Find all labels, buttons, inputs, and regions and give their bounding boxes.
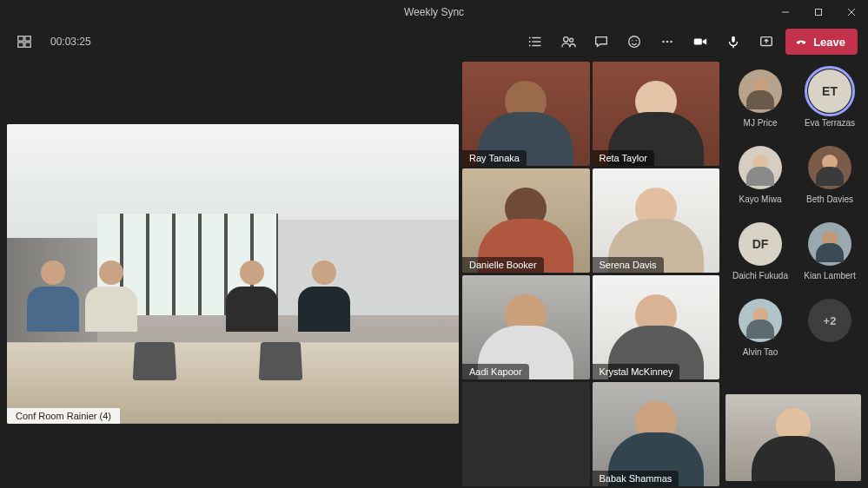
more-actions-icon[interactable] bbox=[653, 28, 681, 56]
participants-icon[interactable] bbox=[554, 28, 582, 56]
video-tile[interactable] bbox=[462, 382, 590, 486]
svg-point-17 bbox=[632, 40, 633, 41]
svg-point-16 bbox=[629, 36, 640, 48]
self-video-tile[interactable] bbox=[726, 394, 861, 481]
title-bar: Weekly Sync bbox=[0, 0, 868, 24]
window-title: Weekly Sync bbox=[404, 6, 464, 18]
tile-label: Aadi Kapoor bbox=[462, 364, 529, 379]
svg-point-14 bbox=[564, 37, 568, 42]
video-tile[interactable]: Babak Shammas bbox=[593, 382, 720, 486]
mic-toggle-button[interactable] bbox=[719, 28, 747, 56]
spotlight-area: Conf Room Rainier (4) bbox=[0, 59, 462, 488]
leave-button-label: Leave bbox=[813, 36, 845, 49]
svg-point-15 bbox=[570, 38, 573, 42]
tile-label: Ray Tanaka bbox=[462, 150, 527, 166]
chat-icon[interactable] bbox=[587, 28, 615, 56]
svg-point-11 bbox=[529, 37, 531, 39]
overflow-count: +2 bbox=[808, 299, 851, 342]
participant-pill[interactable]: DF Daichi Fukuda bbox=[727, 219, 793, 293]
participant-name: Alvin Tao bbox=[743, 347, 778, 357]
participant-pill[interactable]: Kian Lambert bbox=[797, 219, 863, 293]
svg-point-20 bbox=[666, 41, 669, 43]
layout-gallery-button[interactable] bbox=[10, 28, 38, 56]
tile-label: Danielle Booker bbox=[462, 257, 544, 273]
svg-rect-4 bbox=[18, 36, 23, 41]
svg-rect-6 bbox=[18, 43, 23, 47]
tile-label: Babak Shammas bbox=[593, 471, 679, 486]
svg-point-19 bbox=[662, 41, 665, 43]
svg-point-18 bbox=[636, 40, 637, 41]
svg-rect-23 bbox=[732, 36, 735, 43]
participant-pill[interactable]: Alvin Tao bbox=[727, 295, 793, 370]
gallery-tiles: Ray Tanaka Reta Taylor Danielle Booker S… bbox=[462, 59, 722, 488]
video-tile[interactable]: Reta Taylor bbox=[593, 62, 720, 166]
meeting-toolbar: 00:03:25 bbox=[0, 24, 868, 59]
maximize-button[interactable] bbox=[802, 0, 835, 24]
tile-label: Krystal McKinney bbox=[593, 364, 680, 379]
window-controls bbox=[769, 0, 868, 24]
participant-name: MJ Price bbox=[744, 118, 778, 128]
participant-name: Daichi Fukuda bbox=[732, 271, 788, 280]
participant-pill[interactable]: Kayo Miwa bbox=[727, 142, 793, 217]
participant-name: Eva Terrazas bbox=[805, 118, 855, 128]
participant-name: Kian Lambert bbox=[804, 271, 855, 280]
participant-pill[interactable]: ET Eva Terrazas bbox=[797, 66, 863, 141]
video-tile[interactable]: Ray Tanaka bbox=[462, 62, 590, 166]
video-tile[interactable]: Serena Davis bbox=[593, 168, 720, 273]
avatar-initials: DF bbox=[739, 222, 782, 266]
svg-point-12 bbox=[529, 41, 531, 43]
reactions-icon[interactable] bbox=[620, 28, 648, 56]
tile-label: Reta Taylor bbox=[593, 150, 654, 166]
minimize-button[interactable] bbox=[769, 0, 802, 24]
svg-rect-22 bbox=[694, 38, 702, 44]
svg-point-21 bbox=[670, 41, 673, 43]
video-tile[interactable]: Krystal McKinney bbox=[593, 275, 720, 379]
video-tile[interactable]: Danielle Booker bbox=[462, 168, 590, 273]
spotlight-label: Conf Room Rainier (4) bbox=[7, 408, 120, 424]
participant-name: Beth Davies bbox=[806, 195, 853, 204]
share-screen-button[interactable] bbox=[752, 28, 780, 56]
svg-rect-5 bbox=[25, 36, 30, 41]
video-tile[interactable]: Aadi Kapoor bbox=[462, 275, 590, 379]
svg-point-13 bbox=[529, 45, 531, 47]
svg-rect-1 bbox=[816, 10, 822, 16]
close-button[interactable] bbox=[835, 0, 868, 24]
participant-pill[interactable]: MJ Price bbox=[727, 66, 793, 141]
camera-toggle-button[interactable] bbox=[686, 28, 714, 56]
call-duration: 00:03:25 bbox=[50, 36, 91, 48]
avatar-initials: ET bbox=[808, 69, 851, 113]
tile-label: Serena Davis bbox=[593, 257, 664, 273]
spotlight-video-tile[interactable]: Conf Room Rainier (4) bbox=[7, 124, 459, 424]
list-icon[interactable] bbox=[521, 28, 549, 56]
overflow-participants[interactable]: +2 bbox=[797, 295, 863, 370]
participant-pill[interactable]: Beth Davies bbox=[797, 142, 863, 217]
participant-name: Kayo Miwa bbox=[739, 195, 782, 204]
svg-rect-7 bbox=[25, 43, 30, 47]
leave-button[interactable]: Leave bbox=[785, 29, 858, 55]
